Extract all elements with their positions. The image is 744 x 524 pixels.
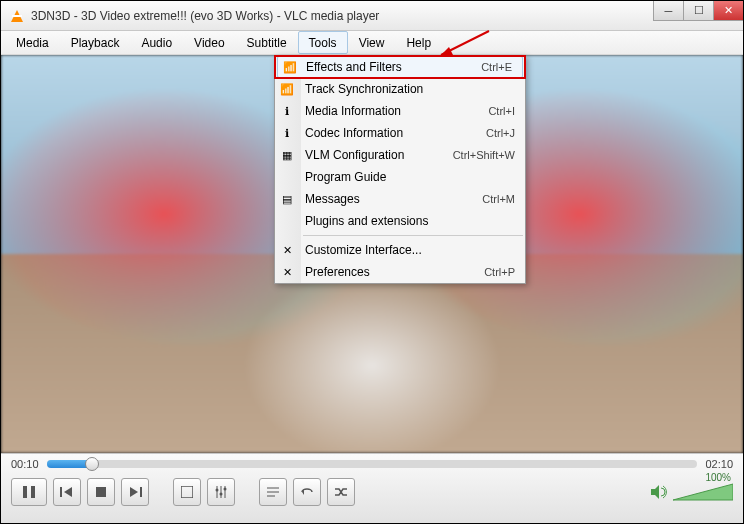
- volume-control: 100%: [651, 482, 733, 502]
- svg-rect-4: [60, 487, 62, 497]
- info-icon: ℹ: [279, 103, 295, 119]
- stop-icon: [96, 487, 106, 497]
- titlebar[interactable]: 3DN3D - 3D Video extreme!!! (evo 3D Work…: [1, 1, 743, 31]
- menu-program-guide[interactable]: Program Guide: [275, 166, 525, 188]
- playlist-button[interactable]: [259, 478, 287, 506]
- fullscreen-icon: [181, 486, 193, 498]
- menu-effects-filters[interactable]: 📶 Effects and Filters Ctrl+E: [277, 56, 523, 78]
- svg-point-14: [220, 493, 223, 496]
- window-title: 3DN3D - 3D Video extreme!!! (evo 3D Work…: [31, 9, 379, 23]
- volume-percent: 100%: [705, 472, 731, 483]
- window-buttons: ─ ☐ ✕: [653, 1, 743, 21]
- close-button[interactable]: ✕: [713, 1, 743, 21]
- menu-preferences[interactable]: ✕ Preferences Ctrl+P: [275, 261, 525, 283]
- menu-video[interactable]: Video: [183, 31, 235, 54]
- seek-slider[interactable]: [47, 460, 698, 468]
- menu-media[interactable]: Media: [5, 31, 60, 54]
- shuffle-button[interactable]: [327, 478, 355, 506]
- prefs-icon: ✕: [279, 264, 295, 280]
- vlc-cone-icon: [9, 8, 25, 24]
- menu-tools[interactable]: Tools: [298, 31, 348, 54]
- stop-button[interactable]: [87, 478, 115, 506]
- tools-icon: ✕: [279, 242, 295, 258]
- playlist-icon: [267, 487, 279, 497]
- menu-codec-info[interactable]: ℹ Codec Information Ctrl+J: [275, 122, 525, 144]
- svg-marker-7: [130, 487, 138, 497]
- menu-audio[interactable]: Audio: [130, 31, 183, 54]
- speaker-icon: [651, 485, 667, 499]
- total-time: 02:10: [705, 458, 733, 470]
- loop-icon: [300, 487, 314, 497]
- menu-separator: [303, 235, 523, 236]
- svg-marker-21: [673, 484, 733, 500]
- shuffle-icon: [334, 487, 348, 497]
- svg-marker-5: [64, 487, 72, 497]
- fullscreen-button[interactable]: [173, 478, 201, 506]
- tools-dropdown: 📶 Effects and Filters Ctrl+E 📶 Track Syn…: [274, 55, 526, 284]
- equalizer-icon: 📶: [282, 59, 298, 75]
- next-button[interactable]: [121, 478, 149, 506]
- svg-rect-6: [96, 487, 106, 497]
- volume-slider[interactable]: 100%: [673, 482, 733, 502]
- menu-plugins[interactable]: Plugins and extensions: [275, 210, 525, 232]
- svg-rect-9: [181, 486, 193, 498]
- menu-media-info[interactable]: ℹ Media Information Ctrl+I: [275, 100, 525, 122]
- svg-point-13: [216, 489, 219, 492]
- pause-icon: [22, 485, 36, 499]
- controls-bar: 00:10 02:10: [1, 453, 743, 523]
- extended-settings-button[interactable]: [207, 478, 235, 506]
- svg-rect-3: [31, 486, 35, 498]
- loop-button[interactable]: [293, 478, 321, 506]
- svg-marker-20: [651, 485, 659, 499]
- menu-messages[interactable]: ▤ Messages Ctrl+M: [275, 188, 525, 210]
- menu-playback[interactable]: Playback: [60, 31, 131, 54]
- maximize-button[interactable]: ☐: [683, 1, 713, 21]
- menu-track-sync[interactable]: 📶 Track Synchronization: [275, 78, 525, 100]
- skip-forward-icon: [128, 487, 142, 497]
- svg-point-15: [224, 488, 227, 491]
- play-pause-button[interactable]: [11, 478, 47, 506]
- menu-customize-interface[interactable]: ✕ Customize Interface...: [275, 239, 525, 261]
- svg-rect-2: [23, 486, 27, 498]
- info-icon: ℹ: [279, 125, 295, 141]
- menu-help[interactable]: Help: [395, 31, 442, 54]
- messages-icon: ▤: [279, 191, 295, 207]
- minimize-button[interactable]: ─: [653, 1, 683, 21]
- menu-subtitle[interactable]: Subtitle: [236, 31, 298, 54]
- svg-rect-8: [140, 487, 142, 497]
- menubar: Media Playback Audio Video Subtitle Tool…: [1, 31, 743, 55]
- previous-button[interactable]: [53, 478, 81, 506]
- app-window: 3DN3D - 3D Video extreme!!! (evo 3D Work…: [0, 0, 744, 524]
- menu-vlm-config[interactable]: ▦ VLM Configuration Ctrl+Shift+W: [275, 144, 525, 166]
- skip-back-icon: [60, 487, 74, 497]
- menu-view[interactable]: View: [348, 31, 396, 54]
- sliders-icon: [215, 486, 227, 498]
- seek-thumb[interactable]: [85, 457, 99, 471]
- sync-icon: 📶: [279, 81, 295, 97]
- vlm-icon: ▦: [279, 147, 295, 163]
- current-time: 00:10: [11, 458, 39, 470]
